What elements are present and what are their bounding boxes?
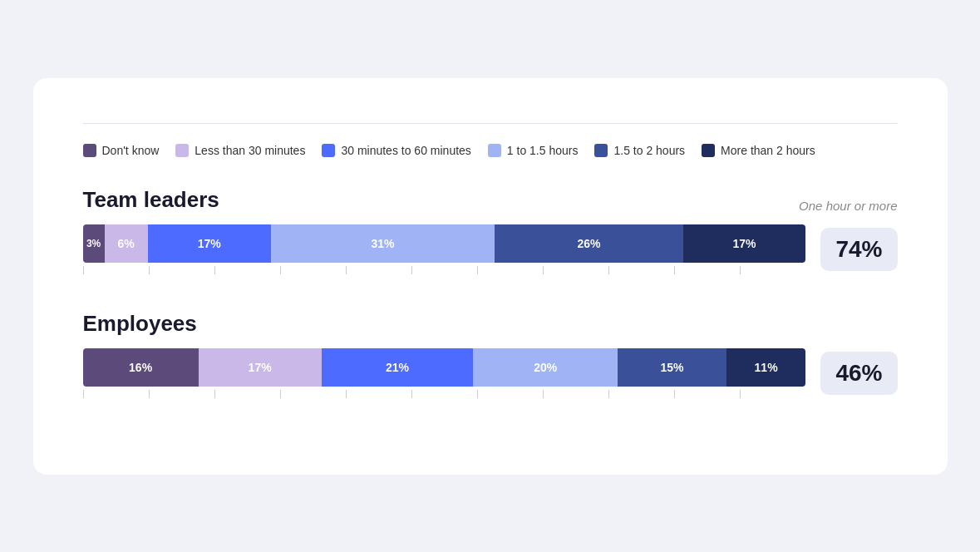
tick-team-leaders-7 <box>543 266 608 274</box>
tick-team-leaders-5 <box>411 266 477 274</box>
bar-segment-team-leaders-3: 31% <box>271 224 495 263</box>
bar-segment-employees-1: 17% <box>199 348 322 387</box>
legend-item-dont-know: Don't know <box>83 144 160 157</box>
result-badge-employees: 46% <box>820 352 897 395</box>
tick-team-leaders-10 <box>740 266 805 274</box>
bar-segment-employees-3: 20% <box>473 348 618 387</box>
tick-team-leaders-3 <box>280 266 346 274</box>
section-note-team-leaders: One hour or more <box>799 199 897 213</box>
bar-segment-employees-2: 21% <box>322 348 474 387</box>
legend: Don't know Less than 30 minutes 30 minut… <box>83 144 898 157</box>
legend-color-1.5-2 <box>594 144 608 157</box>
tick-row-employees <box>83 390 806 398</box>
bar-segment-employees-0: 16% <box>83 348 199 387</box>
bar-row-team-leaders: 3% 6% 17% 31% 26% 17% 74% <box>83 224 898 274</box>
tick-employees-5 <box>411 390 477 398</box>
bar-row-employees: 16% 17% 21% 20% 15% 11% 46% <box>83 348 898 398</box>
tick-team-leaders-9 <box>674 266 740 274</box>
tick-employees-2 <box>214 390 280 398</box>
section-title-team-leaders: Team leaders <box>83 187 219 213</box>
result-badge-team-leaders: 74% <box>820 228 897 271</box>
bar-segment-team-leaders-1: 6% <box>105 224 148 263</box>
legend-color-more-2 <box>702 144 715 157</box>
legend-label-1-1.5: 1 to 1.5 hours <box>507 144 579 157</box>
tick-employees-6 <box>477 390 543 398</box>
bar-segment-employees-4: 15% <box>618 348 726 387</box>
bar-segment-employees-5: 11% <box>726 348 806 387</box>
section-header-team-leaders: Team leaders One hour or more <box>83 187 898 213</box>
legend-item-1-1.5: 1 to 1.5 hours <box>488 144 579 157</box>
tick-employees-8 <box>608 390 674 398</box>
legend-item-less-30: Less than 30 minutes <box>175 144 305 157</box>
bar-segment-team-leaders-2: 17% <box>148 224 271 263</box>
legend-color-less-30 <box>175 144 189 157</box>
bar-employees: 16% 17% 21% 20% 15% 11% <box>83 348 806 387</box>
tick-team-leaders-6 <box>477 266 543 274</box>
tick-employees-3 <box>280 390 346 398</box>
tick-employees-4 <box>346 390 411 398</box>
tick-team-leaders-1 <box>149 266 214 274</box>
main-card: Don't know Less than 30 minutes 30 minut… <box>33 78 948 475</box>
legend-label-less-30: Less than 30 minutes <box>195 144 305 157</box>
legend-label-dont-know: Don't know <box>102 144 160 157</box>
bar-container-employees: 16% 17% 21% 20% 15% 11% <box>83 348 806 398</box>
tick-row-team-leaders <box>83 266 806 274</box>
tick-team-leaders-2 <box>214 266 280 274</box>
tick-employees-0 <box>83 390 149 398</box>
tick-employees-1 <box>149 390 214 398</box>
section-header-employees: Employees <box>83 311 898 337</box>
legend-item-1.5-2: 1.5 to 2 hours <box>594 144 685 157</box>
bar-container-team-leaders: 3% 6% 17% 31% 26% 17% <box>83 224 806 274</box>
legend-color-dont-know <box>83 144 96 157</box>
section-title-employees: Employees <box>83 311 197 337</box>
bar-segment-team-leaders-5: 17% <box>683 224 806 263</box>
tick-team-leaders-8 <box>608 266 674 274</box>
tick-team-leaders-4 <box>346 266 411 274</box>
section-team-leaders: Team leaders One hour or more 3% 6% 17% … <box>83 187 898 274</box>
legend-label-more-2: More than 2 hours <box>721 144 815 157</box>
title-divider <box>83 123 898 124</box>
legend-color-30-60 <box>322 144 335 157</box>
tick-employees-9 <box>674 390 740 398</box>
bar-team-leaders: 3% 6% 17% 31% 26% 17% <box>83 224 806 263</box>
tick-employees-10 <box>740 390 805 398</box>
tick-employees-7 <box>543 390 608 398</box>
legend-label-30-60: 30 minutes to 60 minutes <box>341 144 470 157</box>
legend-color-1-1.5 <box>488 144 501 157</box>
legend-label-1.5-2: 1.5 to 2 hours <box>613 144 685 157</box>
legend-item-more-2: More than 2 hours <box>702 144 815 157</box>
bar-segment-team-leaders-0: 3% <box>83 224 105 263</box>
bar-segment-team-leaders-4: 26% <box>495 224 682 263</box>
tick-team-leaders-0 <box>83 266 149 274</box>
legend-item-30-60: 30 minutes to 60 minutes <box>322 144 470 157</box>
section-employees: Employees 16% 17% 21% 20% 15% 11% <box>83 311 898 398</box>
